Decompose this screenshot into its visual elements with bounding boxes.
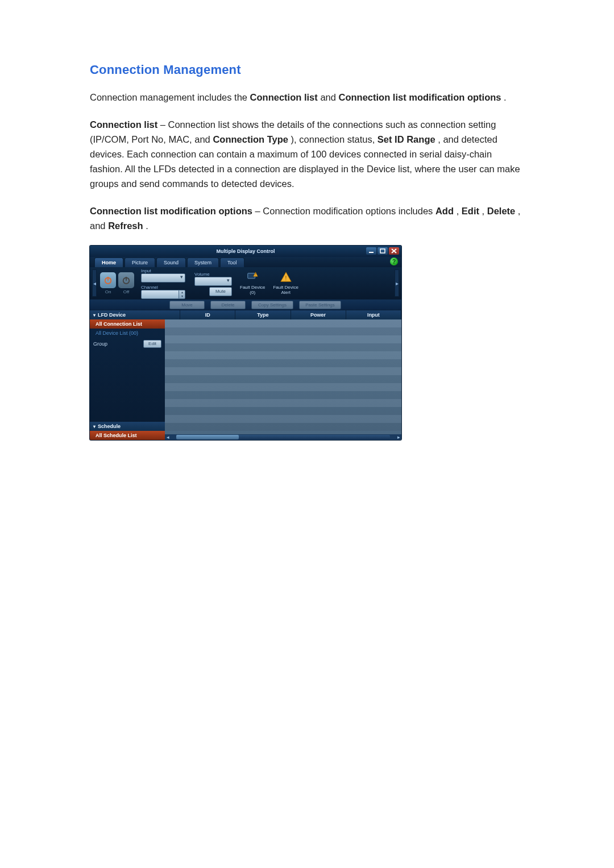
input-select[interactable] <box>141 273 185 283</box>
text: – Connection modification options includ… <box>255 206 435 216</box>
text: Fault Device <box>240 285 265 290</box>
tab-tool[interactable]: Tool <box>220 258 244 267</box>
ribbon-scroll-left[interactable]: ◂ <box>92 269 97 297</box>
grid-header-power[interactable]: Power <box>291 310 346 319</box>
table-row <box>165 351 401 359</box>
tab-bar: Home Picture Sound System Tool ? <box>90 257 401 267</box>
sidebar-item-all-schedule[interactable]: All Schedule List <box>90 431 165 440</box>
sidebar-item-all-connection[interactable]: All Connection List <box>90 319 165 329</box>
intro-paragraph: Connection management includes the Conne… <box>90 90 524 105</box>
maximize-button[interactable] <box>377 247 388 255</box>
power-on-button[interactable] <box>100 272 116 288</box>
text: . <box>146 221 148 231</box>
fault-device-count[interactable]: ! Fault Device (0) <box>240 271 265 295</box>
table-row <box>165 335 401 343</box>
table-row <box>165 327 401 335</box>
sidebar-group-row: Group Edit <box>90 338 165 350</box>
text: Schedule <box>98 423 121 429</box>
monitor-warning-icon: ! <box>246 271 259 284</box>
bold-text: Set ID Range <box>377 134 435 144</box>
grid-header: ID Type Power Input <box>165 310 401 319</box>
svg-text:!: ! <box>285 275 287 281</box>
grid-header-blank[interactable] <box>165 310 180 319</box>
table-row <box>165 415 401 423</box>
close-button[interactable] <box>389 247 399 255</box>
mute-button[interactable]: Mute <box>209 287 232 296</box>
power-on-label: On <box>100 289 116 294</box>
text: ), connection status, <box>291 134 377 144</box>
bold-text: Connection Type <box>213 134 288 144</box>
table-row <box>165 383 401 391</box>
power-off-label: Off <box>118 289 134 294</box>
sidebar-item-all-device[interactable]: All Device List (00) <box>90 329 165 338</box>
power-icon <box>121 275 131 285</box>
table-row <box>165 399 401 407</box>
warning-icon: ! <box>280 271 292 284</box>
fault-device-alert[interactable]: ! Fault Device Alert <box>273 271 298 295</box>
power-off-button[interactable] <box>118 272 134 288</box>
text: Connection management includes the <box>90 92 250 102</box>
text: . <box>504 92 507 102</box>
mdc-window: Multiple Display Control Home Picture So… <box>90 246 401 440</box>
minimize-button[interactable] <box>366 247 376 255</box>
bold-text: Edit <box>462 206 479 216</box>
tab-picture[interactable]: Picture <box>125 258 155 267</box>
power-icon <box>103 275 113 285</box>
horizontal-scrollbar[interactable]: ◂ ▸ <box>165 434 401 440</box>
help-button[interactable]: ? <box>390 258 398 265</box>
text: Fault Device <box>273 285 298 290</box>
table-row <box>165 375 401 383</box>
chevron-down-icon: ▾ <box>93 313 96 318</box>
tab-system[interactable]: System <box>187 258 219 267</box>
input-label: Input <box>141 268 151 273</box>
scroll-right-arrow[interactable]: ▸ <box>396 434 401 440</box>
window-title: Multiple Display Control <box>90 248 401 254</box>
svg-text:!: ! <box>255 272 256 276</box>
tab-home[interactable]: Home <box>94 258 123 267</box>
channel-label: Channel <box>141 285 158 290</box>
table-row <box>165 367 401 375</box>
text: (0) <box>250 290 255 295</box>
action-bar: Move Delete Copy Settings Paste Settings <box>90 299 401 310</box>
bold-text: Add <box>435 206 454 216</box>
move-button[interactable]: Move <box>169 301 205 309</box>
grid-header-type[interactable]: Type <box>235 310 291 319</box>
text: , <box>482 206 487 216</box>
ribbon: ◂ On Off Input <box>90 267 401 299</box>
connection-list-paragraph: Connection list – Connection list shows … <box>90 117 524 191</box>
bold-text: Connection list <box>90 119 157 130</box>
group-edit-button[interactable]: Edit <box>143 340 161 348</box>
bold-text: Connection list modification options <box>339 92 501 102</box>
bold-text: Refresh <box>108 221 143 231</box>
group-label: Group <box>93 341 107 347</box>
scroll-left-arrow[interactable]: ◂ <box>165 434 171 440</box>
channel-stepper[interactable]: ▴▾ <box>141 290 185 299</box>
table-row <box>165 343 401 351</box>
volume-slider[interactable] <box>194 277 232 286</box>
table-row <box>165 391 401 399</box>
grid-area: ID Type Power Input <box>165 310 401 440</box>
grid-header-input[interactable]: Input <box>346 310 401 319</box>
tab-sound[interactable]: Sound <box>156 258 186 267</box>
bold-text: Connection list <box>250 92 318 102</box>
bold-text: Delete <box>487 206 516 216</box>
sidebar-section-lfd[interactable]: ▾ LFD Device <box>90 310 165 319</box>
paste-settings-button[interactable]: Paste Settings <box>299 301 341 309</box>
sidebar-section-schedule[interactable]: ▾ Schedule <box>90 422 165 431</box>
scrollbar-track[interactable] <box>176 435 390 439</box>
page-title: Connection Management <box>90 63 524 77</box>
volume-label: Volume <box>194 272 210 277</box>
content-area: ▾ LFD Device All Connection List All Dev… <box>90 310 401 440</box>
grid-body <box>165 319 401 431</box>
grid-header-id[interactable]: ID <box>180 310 235 319</box>
ribbon-scroll-right[interactable]: ▸ <box>395 269 399 297</box>
text: Alert <box>281 290 290 295</box>
copy-settings-button[interactable]: Copy Settings <box>251 301 293 309</box>
table-row <box>165 423 401 431</box>
scrollbar-thumb[interactable] <box>176 435 239 439</box>
sidebar: ▾ LFD Device All Connection List All Dev… <box>90 310 165 440</box>
modification-options-paragraph: Connection list modification options – C… <box>90 203 524 233</box>
window-titlebar: Multiple Display Control <box>90 246 401 257</box>
text: LFD Device <box>98 312 126 318</box>
delete-button[interactable]: Delete <box>210 301 246 309</box>
